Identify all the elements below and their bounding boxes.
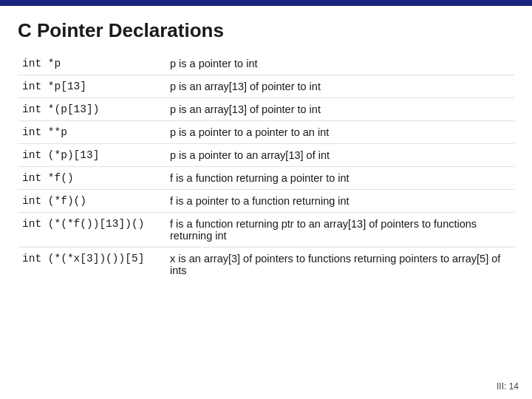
table-row: int *f()f is a function returning a poin… [18,167,514,190]
page-title: C Pointer Declarations [18,19,514,42]
description-cell: p is a pointer to a pointer to an int [166,121,514,144]
description-cell: p is an array[13] of pointer to int [166,98,514,121]
declaration-cell: int *p[13] [18,75,166,98]
description-cell: f is a pointer to a function returning i… [166,190,514,213]
top-bar [0,0,532,6]
description-cell: p is a pointer to int [166,52,514,75]
declaration-cell: int *f() [18,167,166,190]
table-row: int *pp is a pointer to int [18,52,514,75]
declaration-cell: int **p [18,121,166,144]
table-row: int (*(*f())[13])()f is a function retur… [18,213,514,248]
declarations-table: int *pp is a pointer to intint *p[13]p i… [18,52,514,282]
description-cell: p is an array[13] of pointer to int [166,75,514,98]
declaration-cell: int (*(*f())[13])() [18,213,166,248]
table-row: int *p[13]p is an array[13] of pointer t… [18,75,514,98]
table-row: int **pp is a pointer to a pointer to an… [18,121,514,144]
table-row: int *(p[13])p is an array[13] of pointer… [18,98,514,121]
declaration-cell: int (*p)[13] [18,144,166,167]
description-cell: x is an array[3] of pointers to function… [166,248,514,282]
declaration-cell: int *p [18,52,166,75]
table-row: int (*p)[13]p is a pointer to an array[1… [18,144,514,167]
table-row: int (*f)()f is a pointer to a function r… [18,190,514,213]
main-content: C Pointer Declarations int *pp is a poin… [0,6,532,289]
declaration-cell: int (*f)() [18,190,166,213]
description-cell: f is a function returning ptr to an arra… [166,213,514,248]
table-row: int (*(*x[3])())[5]x is an array[3] of p… [18,248,514,282]
description-cell: f is a function returning a pointer to i… [166,167,514,190]
declaration-cell: int (*(*x[3])())[5] [18,248,166,282]
slide-number: III: 14 [497,381,519,392]
description-cell: p is a pointer to an array[13] of int [166,144,514,167]
declaration-cell: int *(p[13]) [18,98,166,121]
